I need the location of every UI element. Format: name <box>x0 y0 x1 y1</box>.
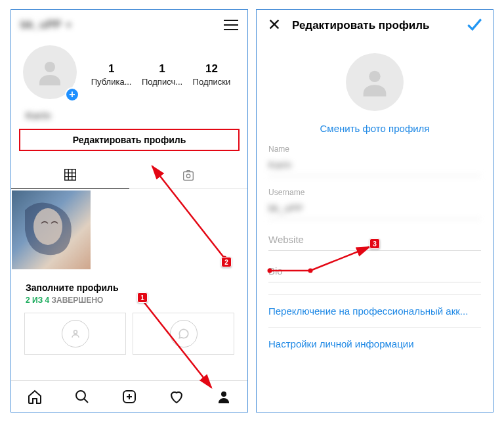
username-text: bk_uPP <box>20 18 61 32</box>
avatar-placeholder[interactable] <box>346 53 404 111</box>
svg-point-16 <box>221 391 226 397</box>
field-bio[interactable]: Bio <box>257 263 493 282</box>
menu-icon[interactable] <box>224 20 238 30</box>
display-name: Karin <box>11 106 247 129</box>
complete-profile-box: Заполните профиль 2 ИЗ 4 ЗАВЕРШЕНО <box>11 272 247 307</box>
svg-rect-1 <box>65 169 76 181</box>
stats-row: 1 Публика... 1 Подписч... 12 Подписки <box>81 45 236 103</box>
edit-header: Редактировать профиль <box>257 10 493 41</box>
nav-search[interactable] <box>58 381 106 412</box>
svg-point-11 <box>76 391 85 400</box>
stat-followers[interactable]: 1 Подписч... <box>142 62 182 87</box>
field-username[interactable]: Username bk_uPP <box>257 188 493 219</box>
confirm-button[interactable] <box>465 16 482 35</box>
svg-point-9 <box>33 208 62 245</box>
stat-label: Подписки <box>193 77 231 87</box>
check-icon <box>465 16 482 33</box>
nav-create[interactable] <box>106 381 153 412</box>
svg-point-0 <box>45 62 55 72</box>
plus-square-icon <box>121 389 137 405</box>
person-circle-icon <box>62 320 89 347</box>
profile-tabs <box>11 162 247 189</box>
close-icon <box>267 17 282 32</box>
svg-point-7 <box>186 174 190 178</box>
svg-line-12 <box>84 399 88 403</box>
stat-count: 1 <box>91 62 132 76</box>
complete-title: Заполните профиль <box>26 282 233 293</box>
svg-rect-6 <box>184 171 194 180</box>
close-button[interactable] <box>267 17 282 34</box>
heart-icon <box>169 389 184 405</box>
complete-subtitle: 2 ИЗ 4 ЗАВЕРШЕНО <box>26 296 233 305</box>
profile-summary-row: + 1 Публика... 1 Подписч... 12 Подписки <box>11 40 247 106</box>
field-placeholder: Bio <box>268 263 481 282</box>
add-story-icon[interactable]: + <box>65 87 79 102</box>
username-switcher[interactable]: bk_uPP ▼ <box>20 18 72 32</box>
edit-profile-screen: Редактировать профиль Сменить фото профи… <box>256 9 494 412</box>
stat-count: 12 <box>193 62 231 76</box>
complete-progress: 2 ИЗ 4 <box>26 296 49 305</box>
settings-links: Переключение на профессиональный акк... … <box>257 294 493 360</box>
field-name[interactable]: Name Karin <box>257 145 493 176</box>
chat-circle-icon <box>170 320 198 347</box>
grid-tab[interactable] <box>11 162 129 189</box>
stat-posts[interactable]: 1 Публика... <box>91 62 132 87</box>
avatar-section: Сменить фото профиля <box>257 41 493 145</box>
stat-following[interactable]: 12 Подписки <box>193 62 231 87</box>
avatar-wrapper[interactable]: + <box>23 45 81 103</box>
complete-done: ЗАВЕРШЕНО <box>52 296 104 305</box>
edit-profile-label: Редактировать профиль <box>73 135 186 145</box>
nav-profile[interactable] <box>200 381 247 412</box>
bottom-nav <box>11 380 247 412</box>
tagged-icon <box>181 168 196 183</box>
field-value: bk_uPP <box>268 200 481 219</box>
field-label: Name <box>268 145 481 154</box>
profile-screen: bk_uPP ▼ + 1 Публика... 1 Подписч... 12 … <box>10 9 248 412</box>
suggestion-card[interactable] <box>24 313 126 355</box>
person-icon <box>216 389 232 405</box>
svg-point-23 <box>369 71 380 82</box>
suggestion-card[interactable] <box>133 313 234 355</box>
post-thumbnail[interactable] <box>12 190 91 269</box>
person-icon <box>358 65 392 99</box>
svg-point-10 <box>74 330 77 334</box>
change-photo-link[interactable]: Сменить фото профиля <box>320 123 430 134</box>
home-icon <box>27 389 43 405</box>
stat-label: Подписч... <box>142 77 182 87</box>
personal-info-link[interactable]: Настройки личной информации <box>268 327 481 360</box>
chevron-down-icon: ▼ <box>65 21 72 29</box>
nav-activity[interactable] <box>153 381 200 412</box>
annotation-marker-1: 1 <box>137 292 148 303</box>
edit-title: Редактировать профиль <box>292 19 455 32</box>
switch-pro-link[interactable]: Переключение на профессиональный акк... <box>268 294 481 327</box>
field-label: Username <box>268 188 481 197</box>
annotation-marker-2: 2 <box>221 257 232 267</box>
stat-label: Публика... <box>91 77 132 87</box>
nav-home[interactable] <box>11 381 58 412</box>
tagged-tab[interactable] <box>129 162 247 189</box>
field-value: Karin <box>268 156 481 176</box>
profile-header: bk_uPP ▼ <box>11 10 247 40</box>
suggestion-cards <box>11 307 247 355</box>
stat-count: 1 <box>142 62 182 76</box>
annotation-marker-3: 3 <box>369 238 380 249</box>
search-icon <box>74 389 90 405</box>
edit-profile-button[interactable]: Редактировать профиль <box>19 129 240 151</box>
grid-icon <box>63 167 77 182</box>
person-icon <box>34 56 66 88</box>
